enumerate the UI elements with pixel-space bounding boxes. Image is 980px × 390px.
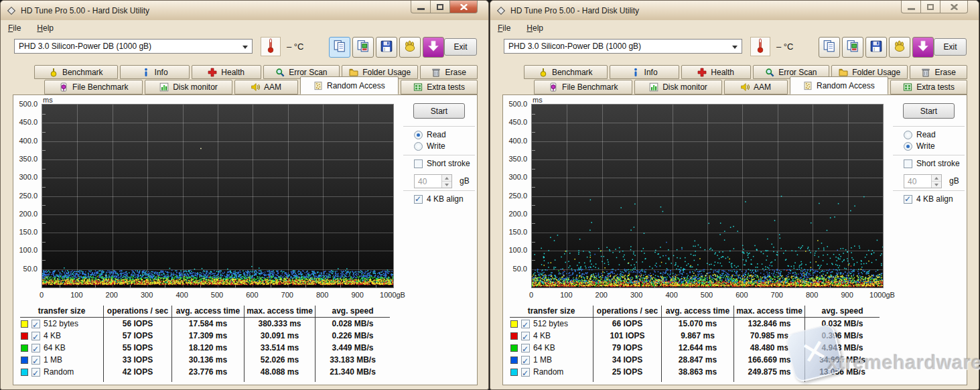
tab-extra-tests[interactable]: Extra tests: [890, 80, 967, 94]
spinner-arrows[interactable]: [441, 175, 451, 188]
tab-erase[interactable]: Erase: [910, 65, 967, 79]
stroke-size-spinner[interactable]: 40: [414, 174, 452, 188]
window-title: HD Tune Pro 5.00 - Hard Disk Utility: [21, 6, 149, 15]
thermometer-icon: [756, 38, 765, 56]
temperature-button[interactable]: [261, 37, 281, 56]
short-stroke-checkbox[interactable]: [414, 159, 423, 168]
copy-text-button[interactable]: [819, 37, 840, 58]
drive-select[interactable]: PHD 3.0 Silicon-Power DB (1000 gB): [14, 39, 253, 54]
read-radio[interactable]: [904, 131, 912, 139]
spin-down-icon[interactable]: [932, 182, 941, 188]
tab-disk-monitor[interactable]: Disk monitor: [145, 80, 232, 94]
menu-file[interactable]: File: [8, 23, 21, 33]
tab-file-benchmark[interactable]: File Benchmark: [534, 80, 632, 94]
save-screenshot-button[interactable]: [865, 37, 887, 58]
short-stroke-row[interactable]: Short stroke: [904, 159, 960, 168]
write-radio-row[interactable]: Write: [414, 141, 445, 151]
y-tick-label: 150.0: [508, 228, 527, 236]
maximize-button[interactable]: [920, 1, 940, 13]
read-radio-row[interactable]: Read: [414, 130, 446, 139]
spinner-arrows[interactable]: [931, 175, 941, 188]
temperature-button[interactable]: [750, 37, 770, 56]
y-axis-labels: 500.0450.0400.0350.0300.0250.0200.0150.0…: [13, 104, 39, 287]
value-cell: 28.847 ms: [661, 354, 733, 366]
separator: [403, 126, 475, 127]
drive-select[interactable]: PHD 3.0 Silicon-Power DB (1000 gB): [504, 39, 742, 54]
tab-random-access[interactable]: Random Access: [300, 76, 399, 94]
exit-button[interactable]: Exit: [934, 38, 967, 56]
series-checkbox[interactable]: [31, 356, 40, 365]
spin-up-icon[interactable]: [442, 175, 451, 182]
close-button[interactable]: [940, 1, 968, 13]
tab-disk-monitor[interactable]: Disk monitor: [634, 80, 721, 94]
menu-file[interactable]: File: [498, 23, 510, 33]
title-bar[interactable]: HD Tune Pro 5.00 - Hard Disk Utility: [490, 1, 979, 20]
spin-up-icon[interactable]: [932, 175, 941, 182]
exit-button[interactable]: Exit: [444, 38, 477, 56]
copy-screenshot-button[interactable]: [352, 37, 374, 58]
align-row[interactable]: 4 KB align: [414, 194, 464, 204]
disk-monitor-icon: [649, 82, 658, 92]
short-stroke-checkbox[interactable]: [904, 159, 912, 168]
spin-down-icon[interactable]: [442, 182, 451, 188]
y-tick-label: 400.0: [19, 137, 38, 145]
tab-info[interactable]: Info: [120, 65, 190, 79]
tab-erase[interactable]: Erase: [420, 65, 478, 79]
series-checkbox[interactable]: [521, 368, 530, 377]
short-stroke-row[interactable]: Short stroke: [414, 159, 470, 168]
maximize-button[interactable]: [430, 1, 450, 13]
minimize-button[interactable]: [411, 1, 431, 13]
copy-screenshot-button[interactable]: [842, 37, 863, 58]
series-checkbox[interactable]: [521, 320, 530, 328]
window-title: HD Tune Pro 5.00 - Hard Disk Utility: [510, 6, 639, 15]
write-radio[interactable]: [904, 142, 912, 151]
tab-benchmark[interactable]: Benchmark: [524, 65, 608, 79]
tab-info[interactable]: Info: [610, 65, 679, 79]
close-button[interactable]: [449, 1, 478, 13]
save-screenshot-button[interactable]: [376, 37, 397, 58]
copy-text-button[interactable]: [329, 37, 350, 58]
series-checkbox[interactable]: [521, 332, 530, 340]
tab-file-benchmark[interactable]: File Benchmark: [44, 80, 143, 94]
tab-health[interactable]: Health: [681, 65, 751, 79]
menu-help[interactable]: Help: [37, 23, 54, 33]
minimize-button[interactable]: [901, 1, 921, 13]
tab-aam[interactable]: AAM: [234, 80, 298, 94]
series-checkbox[interactable]: [31, 332, 40, 340]
tab-extra-tests[interactable]: Extra tests: [401, 80, 478, 94]
value-cell: 48.088 ms: [244, 366, 315, 378]
menu-help[interactable]: Help: [527, 23, 543, 33]
series-checkbox[interactable]: [31, 320, 40, 328]
tab-health[interactable]: Health: [192, 65, 261, 79]
read-radio-row[interactable]: Read: [904, 130, 936, 139]
download-button[interactable]: [423, 37, 444, 58]
series-checkbox[interactable]: [31, 344, 40, 352]
align-checkbox[interactable]: [904, 195, 912, 204]
series-checkbox[interactable]: [521, 344, 530, 352]
options-button[interactable]: [399, 37, 421, 58]
series-checkbox[interactable]: [31, 368, 40, 377]
options-button[interactable]: [889, 37, 910, 58]
write-radio[interactable]: [414, 142, 423, 151]
value-cell: 23.776 ms: [171, 366, 244, 378]
start-button[interactable]: Start: [903, 103, 955, 119]
column-header: avg. speed: [804, 306, 880, 318]
stroke-size-spinner[interactable]: 40: [904, 174, 942, 188]
start-button[interactable]: Start: [413, 103, 465, 119]
value-cell: 12.644 ms: [661, 342, 733, 354]
tab-random-access[interactable]: Random Access: [790, 76, 888, 94]
series-color-swatch: [510, 332, 518, 340]
align-checkbox[interactable]: [414, 195, 423, 204]
series-checkbox[interactable]: [521, 356, 530, 365]
download-button[interactable]: [912, 37, 934, 58]
align-row[interactable]: 4 KB align: [904, 194, 953, 204]
value-cell: 132.846 ms: [733, 318, 804, 330]
title-bar[interactable]: HD Tune Pro 5.00 - Hard Disk Utility: [1, 1, 488, 20]
read-radio[interactable]: [414, 131, 423, 139]
tab-aam[interactable]: AAM: [724, 80, 788, 94]
write-radio-row[interactable]: Write: [904, 141, 935, 151]
tab-benchmark[interactable]: Benchmark: [34, 65, 118, 79]
chevron-down-icon: [732, 46, 738, 49]
tab-label: Random Access: [817, 81, 875, 90]
column-header: transfer size: [20, 306, 103, 318]
